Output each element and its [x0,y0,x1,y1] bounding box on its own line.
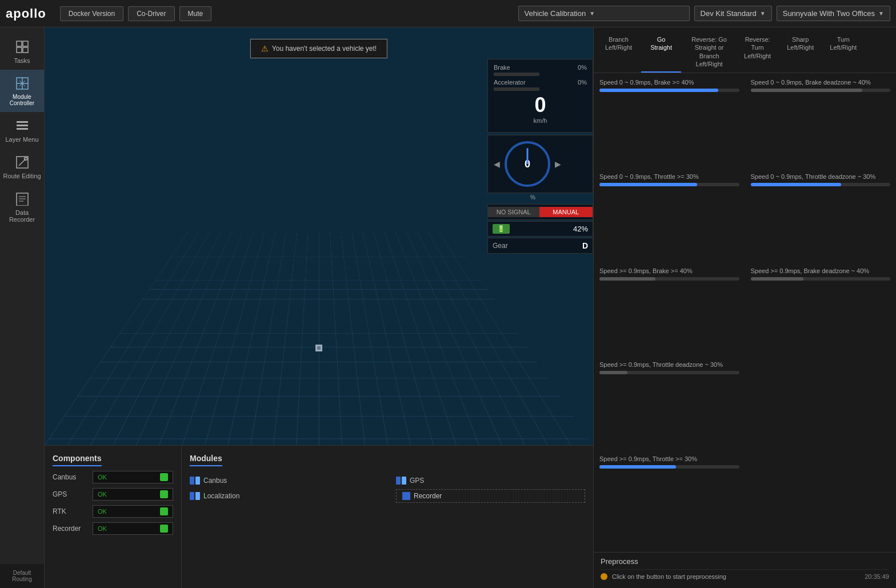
svg-rect-15 [17,193,28,206]
cal-fill-1 [599,89,718,92]
vehicle-calibration-label: Vehicle Calibration [525,9,586,18]
components-title: Components [53,454,102,466]
cal-track-4[interactable] [751,183,891,186]
cal-track-3[interactable] [599,183,739,186]
modules-title: Modules [190,454,222,466]
gauge-pct-label: % [487,194,593,201]
calibration-panel: BranchLeft/Right GoStraight Reverse: GoS… [593,27,896,588]
dev-kit-arrow: ▼ [760,10,766,17]
component-name-gps: GPS [53,490,93,498]
svg-rect-2 [17,47,22,53]
svg-rect-10 [17,125,28,126]
vehicle-dropdown-arrow: ▼ [589,10,595,17]
mute-button[interactable]: Mute [179,6,212,21]
warning-text: You haven't selected a vehicle yet! [272,45,377,53]
status-green-canbus [160,473,168,481]
preprocess-status-dot [601,573,607,580]
tab-turn-lr[interactable]: TurnLeft/Right [823,32,863,73]
sidebar-item-layer-menu[interactable]: Layer Menu [0,112,44,149]
cal-row-2-right: Speed 0 ~ 0.9mps, Throttle deadzone ~ 30… [751,173,891,256]
loc-indicator-left [190,492,194,500]
status-green-recorder [160,525,168,533]
svg-rect-11 [17,128,28,130]
main-body: Tasks Module Controller [0,27,896,588]
sidebar-item-route-editing[interactable]: Route Editing [0,149,44,185]
component-row-canbus: Canbus OK [53,471,173,483]
battery-row: 🔋 42% [487,221,593,237]
cal-label-1: Speed 0 ~ 0.9mps, Brake >= 40% [599,79,739,86]
components-panel: Components Canbus OK GPS OK RTK OK [45,446,182,588]
battery-icon: 🔋 [493,224,510,234]
gauge-section: ◀ 0 ▶ [487,135,593,193]
module-canbus-label: Canbus [203,477,227,485]
cal-label-5: Speed >= 0.9mps, Brake >= 40% [599,267,739,274]
cal-row-3-right: Speed >= 0.9mps, Brake deadzone ~ 40% [751,267,891,350]
module-localization-label: Localization [203,492,239,500]
cal-track-2[interactable] [751,89,891,92]
cal-track-1[interactable] [599,89,739,92]
top-nav: apollo Docker Version Co-Driver Mute Veh… [0,0,896,27]
sidebar-item-default-routing[interactable]: Default Routing [0,564,44,588]
cal-fill-2 [751,89,863,92]
tab-branch-lr[interactable]: BranchLeft/Right [598,32,639,73]
cal-track-6[interactable] [751,277,891,281]
sidebar-item-data-recorder[interactable]: Data Recorder [0,185,44,229]
cal-fill-3 [599,183,697,186]
gauge-left-arrow[interactable]: ◀ [494,159,500,169]
component-status-recorder: OK [93,522,173,535]
location-dropdown[interactable]: Sunnyvale With Two Offices ▼ [777,6,890,21]
modules-panel: Modules Canbus [182,446,593,588]
center-content: ⚠ You haven't selected a vehicle yet! Br… [45,27,593,588]
gauge-circle: 0 [505,141,550,187]
tab-reverse-turn[interactable]: Reverse:TurnLeft/Right [737,32,778,73]
brake-label: Brake [494,64,510,71]
svg-rect-20 [317,346,321,350]
cal-track-5[interactable] [599,277,739,281]
docker-version-button[interactable]: Docker Version [60,6,123,21]
cal-track-7[interactable] [599,371,739,374]
tab-reverse-go[interactable]: Reverse: GoStraight orBranchLeft/Right [683,32,735,73]
canbus-indicator-right [195,477,200,485]
speed-value: 0 [494,93,587,117]
route-editing-icon [14,154,30,170]
status-green-gps [160,490,168,498]
module-controller-icon [14,75,30,91]
preprocess-info: Click on the button to start preprocessi… [601,569,889,583]
cal-row-4-right-empty [751,361,891,452]
tab-sharp-lr[interactable]: SharpLeft/Right [780,32,821,73]
module-gps-label: GPS [410,477,424,485]
component-status-gps: OK [93,488,173,501]
sidebar-item-tasks[interactable]: Tasks [0,33,44,70]
gps-indicator-left [396,477,401,485]
tab-go-straight[interactable]: GoStraight [641,32,681,73]
module-item-recorder: Recorder [396,489,585,503]
canbus-indicator-left [190,477,194,485]
gauge-right-arrow[interactable]: ▶ [555,159,561,169]
codriver-button[interactable]: Co-Driver [128,6,174,21]
battery-pct: 42% [573,225,588,233]
tasks-label: Tasks [14,57,30,64]
default-routing-label: Default Routing [3,570,41,582]
accel-label: Accelerator [494,79,526,86]
vehicle-calibration-dropdown[interactable]: Vehicle Calibration ▼ [518,6,690,21]
gauge-pct-symbol: % [530,194,535,201]
signal-row: NO SIGNAL MANUAL [487,204,593,220]
preprocess-message: Click on the button to start preprocessi… [612,573,726,580]
dev-kit-dropdown[interactable]: Dev Kit Standard ▼ [694,6,772,21]
recorder-indicator [402,492,410,500]
calibration-content: Speed 0 ~ 0.9mps, Brake >= 40% Speed 0 ~… [594,73,896,552]
accel-pct: 0% [578,79,587,86]
cal-fill-8 [599,465,676,469]
brake-bar [494,73,539,76]
cal-fill-6 [751,277,804,281]
sidebar-item-module-controller[interactable]: Module Controller [0,70,44,112]
module-item-canbus: Canbus [190,477,379,485]
no-signal-badge: NO SIGNAL [488,207,539,217]
cal-label-6: Speed >= 0.9mps, Brake deadzone ~ 40% [751,267,891,274]
map-area[interactable]: ⚠ You haven't selected a vehicle yet! Br… [45,27,593,445]
map-warning: ⚠ You haven't selected a vehicle yet! [250,39,387,58]
gear-row: Gear D [487,238,593,254]
cal-track-8[interactable] [599,465,739,469]
location-label: Sunnyvale With Two Offices [783,9,875,18]
accel-row: Accelerator 0% [494,79,587,86]
